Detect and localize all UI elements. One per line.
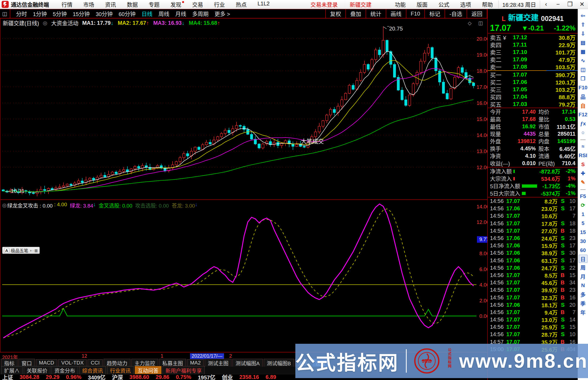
strip-item-5[interactable]: 5 (578, 219, 588, 228)
tick-row[interactable]: 14:5617.0739.9万B23 (488, 286, 578, 294)
strip-item-日[interactable]: 日 (579, 255, 587, 263)
tab-趋势动力[interactable]: 趋势动力 (104, 359, 130, 367)
strip-item-季[interactable]: 季 (578, 299, 588, 308)
tick-row[interactable]: 14:5617.079.4万B7 (488, 309, 578, 316)
tick-row[interactable]: 14:5617.0618.1万S20 (488, 301, 578, 309)
tab-测试主图[interactable]: 测试主图 (205, 359, 231, 367)
tab-VOL-TDX[interactable]: VOL-TDX (58, 359, 87, 366)
tick-row[interactable]: 14:5617.0624.6万S23 (488, 235, 578, 242)
strip-item-✎[interactable]: ✎ (578, 178, 588, 187)
strip-item-15[interactable]: 15 (578, 228, 588, 237)
tick-list[interactable]: 14:5617.078.2万S1014:5617.0623.0万S1714:56… (488, 197, 578, 353)
menu-item-行情[interactable]: 行情 (56, 1, 78, 8)
tab-主力监控[interactable]: 主力监控 (131, 359, 158, 367)
menu-item-行业[interactable]: 行业 (209, 1, 230, 8)
period-周线[interactable]: 周线 (155, 10, 172, 18)
tab-互动问答[interactable]: 互动问答 (135, 366, 161, 375)
strip-item-多[interactable]: 多 (578, 290, 588, 299)
tab-测试幅图A[interactable]: 测试幅图A (232, 359, 263, 367)
menu-item-资讯[interactable]: 资讯 (100, 1, 121, 8)
menu-item-L1L2[interactable]: L1L2 (252, 1, 275, 8)
strip-item-⇦[interactable]: ⇦ (578, 11, 588, 20)
period-60分钟[interactable]: 60分钟 (116, 10, 139, 18)
restore-button[interactable]: ❐ (564, 1, 576, 8)
menu-item-发现[interactable]: 发现 (165, 1, 187, 8)
tick-row[interactable]: 14:5617.0615.9万S17 (488, 242, 578, 249)
period-日线[interactable]: 日线 (139, 10, 155, 18)
period-分时[interactable]: 分时 (13, 10, 30, 18)
strip-item-∿[interactable]: ∿ (578, 56, 588, 65)
menu-item-数据[interactable]: 数据 (121, 1, 143, 8)
menu-item-市场[interactable]: 市场 (78, 1, 100, 8)
menu-item-版面[interactable]: 版面 (411, 1, 433, 8)
chart-corner-icons[interactable]: ◇ ◫ (468, 20, 486, 26)
strip-item-⇧[interactable]: ⇧ (578, 20, 588, 29)
tab-关联报价[interactable]: 关联报价 (24, 366, 50, 375)
strip-item-—[interactable]: — (578, 187, 588, 192)
back-button[interactable]: ‹ (540, 1, 552, 8)
period-月线[interactable]: 月线 (172, 10, 189, 18)
strip-item-F12[interactable]: F12 (578, 110, 588, 119)
strip-item-1[interactable]: 1 (578, 210, 588, 219)
toolbar-button-返回[interactable]: 返回 (467, 9, 487, 18)
tick-row[interactable]: 14:5617.0713.0万S14 (488, 316, 578, 323)
toolbar-button--自选[interactable]: -自选 (445, 9, 467, 18)
overlay-indicator-name[interactable]: 大资金活动 (51, 19, 78, 27)
menu-item-专题[interactable]: 专题 (143, 1, 165, 8)
strip-item-▦[interactable]: ▦ (578, 47, 588, 56)
tab-资金分布[interactable]: 资金分布 (51, 366, 78, 375)
tab-MA2[interactable]: MA2 (187, 359, 204, 366)
menu-item-帮助[interactable]: 帮助 (477, 1, 498, 8)
tick-row[interactable]: 14:5617.0663.1万S17 (488, 257, 578, 264)
strip-item-⟳[interactable]: ⟳ (578, 201, 588, 210)
strip-item-RSI[interactable]: RSI (578, 151, 588, 160)
strip-item-❐[interactable]: ❐ (578, 74, 588, 83)
tick-row[interactable]: 14:5617.0638.9万S30 (488, 249, 578, 257)
stock-name[interactable]: 新疆交建 (508, 12, 538, 23)
toolbar-button-F10[interactable]: F10 (406, 9, 424, 18)
menu-item-交易[interactable]: 交易 (187, 1, 209, 8)
strip-item-▤[interactable]: ▤ (578, 38, 588, 47)
ime-icon[interactable]: ▦ (34, 248, 38, 253)
tab-测试幅图B[interactable]: 测试幅图B (264, 359, 294, 367)
split-screen-icon[interactable]: ◫ (2, 9, 10, 18)
minimize-button[interactable]: − (552, 1, 564, 8)
period-5分钟[interactable]: 5分钟 (50, 10, 70, 18)
tick-row[interactable]: 14:5617.078.5万B15 (488, 272, 578, 279)
ime-icon[interactable]: ◗ (30, 248, 32, 253)
close-button[interactable]: ✕ (576, 1, 588, 8)
tick-row[interactable]: 14:5617.0623.0万S17 (488, 205, 578, 212)
period-多周期[interactable]: 多周期 (189, 10, 212, 18)
strip-item-⇩[interactable]: ⇩ (578, 29, 588, 38)
login-status[interactable]: 交易未登录 (311, 1, 338, 8)
toolbar-button-叠加[interactable]: 叠加 (345, 9, 366, 18)
tick-row[interactable]: 14:5617.0745.6万B34 (488, 279, 578, 286)
chart-area[interactable]: 20.0019.0018.0017.0016.0015.0014.0013.00… (0, 19, 487, 352)
tick-row[interactable]: 14:5617.0732.3万B16 (488, 294, 578, 301)
strip-item-月[interactable]: 月 (578, 272, 588, 281)
strip-item-N[interactable]: N (578, 281, 588, 290)
tab-指标[interactable]: 指标 (1, 359, 17, 367)
strip-item-≈[interactable]: ≈ (578, 142, 588, 151)
tab-CCI[interactable]: CCI (88, 359, 103, 366)
menu-item-功能[interactable]: 功能 (390, 1, 411, 8)
candlestick-chart[interactable]: 20.0019.0018.0017.0016.0015.0014.0013.00… (1, 19, 488, 352)
menu-item-公式[interactable]: 公式 (433, 1, 455, 8)
tick-row[interactable]: 14:5617.0727.0万B18 (488, 227, 578, 235)
strip-item-F5[interactable]: F5 (578, 192, 588, 201)
period-30分钟[interactable]: 30分钟 (93, 10, 115, 18)
strip-item-周[interactable]: 周 (578, 263, 588, 272)
stock-code[interactable]: 002941 (541, 15, 564, 23)
toolbar-button-画线[interactable]: 画线 (386, 9, 406, 18)
tick-row[interactable]: 14:5617.0710.6万7 (488, 212, 578, 220)
strip-item-30[interactable]: 30 (578, 237, 588, 246)
tab-窗口[interactable]: 窗口 (19, 359, 35, 367)
ime-mode-icon[interactable]: A (4, 248, 9, 253)
ime-icons[interactable]: ◗··▦ (30, 248, 38, 253)
ime-name[interactable]: 极品五笔 (11, 247, 28, 254)
period-15分钟[interactable]: 15分钟 (70, 10, 93, 18)
tab-私募主图[interactable]: 私募主图 (159, 359, 186, 367)
tick-row[interactable]: 14:5617.0717.8万S18 (488, 220, 578, 227)
strip-item-ƒx[interactable]: ƒx (578, 119, 588, 128)
period-1分钟[interactable]: 1分钟 (30, 10, 50, 18)
